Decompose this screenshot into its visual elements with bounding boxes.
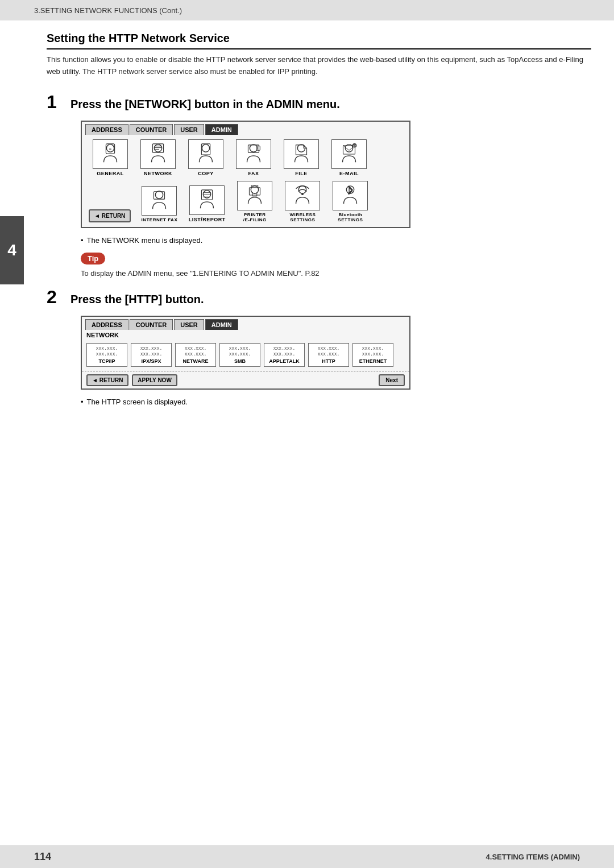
- step2-bullet-note: • The HTTP screen is displayed.: [81, 398, 591, 406]
- chapter-tab: 4: [0, 216, 24, 284]
- net-btn-tcpip[interactable]: xxx.xxx.xxx.xxx. TCP/IP: [86, 343, 127, 367]
- page-header: 3.SETTING NETWORK FUNCTIONS (Cont.): [0, 0, 614, 20]
- tip-badge: Tip: [81, 253, 105, 264]
- return-arrow: ◄: [92, 377, 98, 383]
- admin-icon-list-report-label: LIST/REPORT: [189, 217, 226, 222]
- admin-icon-wireless[interactable]: WIRELESS SETTINGS: [281, 181, 324, 222]
- admin-icon-printer-label: PRINTER /E-FILING: [243, 212, 267, 222]
- printer-icon-svg: [241, 184, 268, 207]
- net-btn-ipxspx-text: xxx.xxx.xxx.xxx.: [140, 346, 163, 358]
- admin-icon-wireless-label: WIRELESS SETTINGS: [289, 212, 316, 222]
- step2-heading: 2 Press the [HTTP] button.: [47, 287, 591, 308]
- admin-icon-internet-fax-label: INTERNET FAX: [141, 217, 177, 222]
- admin-icon-bluetooth-box: [333, 181, 368, 210]
- bluetooth-icon-svg: [337, 184, 364, 207]
- screen2-tab-user[interactable]: USER: [174, 319, 204, 330]
- admin-icon-file-label: FILE: [295, 171, 308, 176]
- tab-admin[interactable]: ADMIN: [205, 124, 238, 135]
- footer-section: 4.SETTING ITEMS (ADMIN): [486, 853, 580, 861]
- admin-icon-bluetooth-label: Bluetooth SETTINGS: [338, 212, 363, 222]
- admin-icon-general[interactable]: ≡ GENERAL: [89, 139, 132, 176]
- svg-point-10: [250, 144, 257, 151]
- svg-point-3: [154, 144, 161, 151]
- tip-badge-text: Tip: [88, 254, 98, 263]
- wireless-icon-svg: [289, 184, 316, 207]
- screen1-mockup: ADDRESS COUNTER USER ADMIN ≡ GENERAL: [81, 121, 410, 228]
- net-btn-netware[interactable]: xxx.xxx.xxx.xxx. NETWARE: [175, 343, 216, 367]
- section-title: Setting the HTTP Network Service: [47, 32, 591, 49]
- copy-icon-svg: [192, 143, 219, 166]
- tip-text: To display the ADMIN menu, see "1.ENTERI…: [81, 269, 591, 278]
- screen2-footer-left: ◄ RETURN APPLY NOW: [86, 374, 177, 386]
- screen1-return-button[interactable]: ◄ RETURN: [89, 209, 131, 222]
- admin-icon-wireless-box: [285, 181, 320, 210]
- admin-icon-file[interactable]: FILE: [280, 139, 323, 176]
- admin-icon-list-report-box: [189, 185, 225, 215]
- net-btn-tcpip-label: TCP/IP: [98, 358, 115, 364]
- step1-bullet-text: The NETWORK menu is displayed.: [87, 236, 203, 245]
- admin-icon-file-box: [284, 139, 319, 169]
- next-label: Next: [385, 377, 398, 383]
- net-btn-netware-label: NETWARE: [183, 358, 209, 364]
- admin-icon-email[interactable]: @ E-MAIL: [327, 139, 371, 176]
- file-icon-svg: [288, 143, 315, 166]
- net-btn-netware-text: xxx.xxx.xxx.xxx.: [185, 346, 207, 358]
- step1-text: Press the [NETWORK] button in the ADMIN …: [70, 98, 340, 111]
- screen2-mockup: ADDRESS COUNTER USER ADMIN NETWORK xxx.x…: [81, 316, 410, 390]
- network-buttons: xxx.xxx.xxx.xxx. TCP/IP xxx.xxx.xxx.xxx.…: [82, 340, 409, 372]
- screen2-footer: ◄ RETURN APPLY NOW Next: [82, 371, 409, 388]
- net-btn-smb-label: SMB: [234, 358, 246, 364]
- net-btn-ethernet-label: ETHERNET: [359, 358, 387, 364]
- svg-text:≡: ≡: [109, 147, 112, 152]
- next-button[interactable]: Next: [379, 374, 405, 386]
- net-btn-http[interactable]: xxx.xxx.xxx.xxx. HTTP: [308, 343, 349, 367]
- network-label: NETWORK: [82, 330, 409, 340]
- internet-fax-icon-svg: [146, 189, 173, 212]
- admin-icon-internet-fax[interactable]: INTERNET FAX: [138, 186, 181, 222]
- net-btn-ipxspx[interactable]: xxx.xxx.xxx.xxx. IPX/SPX: [131, 343, 172, 367]
- admin-icon-network[interactable]: NETWORK: [136, 139, 180, 176]
- screen2-tab-address[interactable]: ADDRESS: [85, 319, 128, 330]
- tab-counter[interactable]: COUNTER: [130, 124, 173, 135]
- svg-point-18: [156, 191, 163, 198]
- admin-icon-internet-fax-box: [142, 186, 177, 216]
- tab-address[interactable]: ADDRESS: [85, 124, 128, 135]
- screen2-return-button[interactable]: ◄ RETURN: [86, 374, 128, 386]
- svg-point-25: [251, 185, 259, 193]
- net-btn-appletalk[interactable]: xxx.xxx.xxx.xxx. APPLETALK: [264, 343, 305, 367]
- apply-label: APPLY NOW: [138, 377, 171, 383]
- svg-text:@: @: [353, 144, 356, 147]
- email-icon-svg: @: [335, 143, 363, 166]
- section-description: This function allows you to enable or di…: [47, 54, 591, 78]
- screen2-tabbar: ADDRESS COUNTER USER ADMIN: [82, 317, 409, 330]
- admin-icon-bluetooth[interactable]: Bluetooth SETTINGS: [329, 181, 372, 222]
- step2-bullet-text: The HTTP screen is displayed.: [87, 398, 188, 406]
- return-label: RETURN: [99, 377, 123, 383]
- tip-box: Tip To display the ADMIN menu, see "1.EN…: [81, 253, 591, 278]
- screen2-tab-admin[interactable]: ADMIN: [205, 319, 238, 330]
- admin-icon-printer[interactable]: PRINTER /E-FILING: [233, 181, 276, 222]
- admin-icon-copy-label: COPY: [198, 171, 214, 176]
- admin-icon-copy[interactable]: COPY: [184, 139, 227, 176]
- admin-icon-fax-label: FAX: [248, 171, 259, 176]
- fax-icon-svg: [240, 143, 267, 166]
- admin-icon-general-box: ≡: [93, 139, 128, 169]
- admin-icon-fax[interactable]: FAX: [232, 139, 275, 176]
- apply-now-button[interactable]: APPLY NOW: [132, 374, 177, 386]
- screen2-tab-counter[interactable]: COUNTER: [130, 319, 173, 330]
- step2-text: Press the [HTTP] button.: [70, 293, 204, 306]
- net-btn-tcpip-text: xxx.xxx.xxx.xxx.: [96, 346, 118, 358]
- net-btn-http-text: xxx.xxx.xxx.xxx.: [318, 346, 340, 358]
- admin-icon-email-label: E-MAIL: [339, 171, 359, 176]
- page-footer: 114 4.SETTING ITEMS (ADMIN): [0, 845, 614, 868]
- admin-icon-email-box: @: [331, 139, 367, 169]
- net-btn-ipxspx-label: IPX/SPX: [141, 358, 161, 364]
- tab-user[interactable]: USER: [174, 124, 204, 135]
- network-icon-svg: [144, 143, 172, 166]
- net-btn-ethernet[interactable]: xxx.xxx.xxx.xxx. ETHERNET: [352, 343, 393, 367]
- admin-icon-list-report[interactable]: LIST/REPORT: [185, 185, 229, 222]
- general-icon-svg: ≡: [97, 143, 124, 166]
- screen1-icon-grid-row1: ≡ GENERAL NE: [82, 135, 409, 181]
- svg-point-28: [301, 193, 304, 195]
- net-btn-smb[interactable]: xxx.xxx.xxx.xxx. SMB: [219, 343, 260, 367]
